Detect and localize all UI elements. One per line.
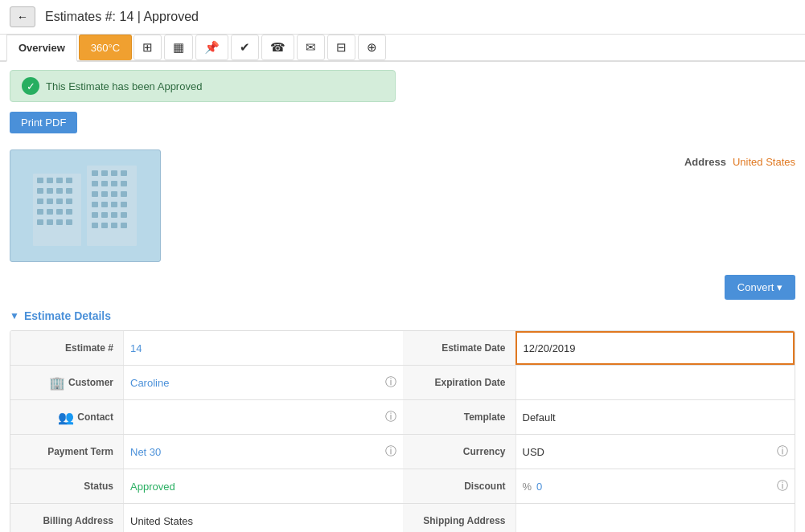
svg-rect-19 bbox=[56, 219, 63, 225]
contact-value: ⓘ bbox=[123, 400, 403, 434]
estimate-date-row: Estimate Date 12/20/2019 bbox=[403, 331, 795, 366]
tab-list-button[interactable]: ⊞ bbox=[133, 35, 162, 60]
shipping-address-label: Shipping Address bbox=[403, 509, 515, 532]
svg-rect-42 bbox=[92, 223, 98, 228]
tab-check-button[interactable]: ✔ bbox=[231, 35, 259, 60]
svg-rect-41 bbox=[121, 212, 127, 218]
svg-rect-39 bbox=[101, 212, 108, 218]
discount-label: Discount bbox=[403, 474, 515, 498]
status-label: Status bbox=[10, 474, 123, 498]
tab-calendar-button[interactable]: ▦ bbox=[164, 35, 193, 60]
tab-email-button[interactable]: ✉ bbox=[297, 35, 325, 60]
svg-rect-10 bbox=[47, 198, 53, 204]
back-button[interactable]: ← bbox=[10, 6, 35, 27]
svg-rect-6 bbox=[47, 188, 53, 194]
phone-icon: ☎ bbox=[270, 40, 285, 55]
billing-address-row: Billing Address United States bbox=[10, 504, 403, 532]
status-text: Approved bbox=[130, 481, 175, 493]
tab-pin-button[interactable]: 📌 bbox=[195, 35, 228, 60]
right-panel: Estimate Date 12/20/2019 Expiration Date… bbox=[403, 331, 795, 532]
details-grid: Estimate # 14 🏢 Customer Caroline ⓘ bbox=[10, 330, 795, 532]
contact-row: 👥 Contact ⓘ bbox=[10, 400, 403, 435]
currency-text: USD bbox=[523, 446, 544, 458]
svg-rect-1 bbox=[37, 178, 43, 183]
svg-rect-15 bbox=[56, 209, 63, 215]
svg-rect-3 bbox=[56, 178, 63, 183]
template-value: Default bbox=[515, 400, 795, 434]
approval-alert: ✓ This Estimate has been Approved bbox=[10, 70, 396, 102]
tab-overview[interactable]: Overview bbox=[6, 35, 77, 62]
tab-overview-label: Overview bbox=[18, 42, 65, 54]
estimate-date-value[interactable]: 12/20/2019 bbox=[515, 331, 795, 365]
estimate-number-label: Estimate # bbox=[10, 336, 123, 360]
tabs-bar: Overview 360°C ⊞ ▦ 📌 ✔ ☎ ✉ ⊟ ⊕ bbox=[0, 35, 805, 62]
svg-rect-40 bbox=[111, 212, 117, 218]
currency-label: Currency bbox=[403, 440, 515, 464]
tab-360-label: 360°C bbox=[91, 42, 120, 54]
svg-rect-31 bbox=[101, 191, 108, 197]
estimate-number-value: 14 bbox=[123, 331, 403, 365]
discount-row: Discount % 0 ⓘ bbox=[403, 469, 795, 504]
svg-rect-38 bbox=[92, 212, 98, 218]
billing-address-label: Billing Address bbox=[10, 509, 123, 532]
customer-row: 🏢 Customer Caroline ⓘ bbox=[10, 366, 403, 400]
svg-rect-29 bbox=[121, 181, 127, 186]
billing-address-value: United States bbox=[123, 504, 403, 532]
discount-value: % 0 ⓘ bbox=[515, 469, 795, 503]
estimate-date-text: 12/20/2019 bbox=[524, 342, 576, 354]
convert-row: Convert ▾ bbox=[10, 275, 795, 300]
payment-term-row: Payment Term Net 30 ⓘ bbox=[10, 435, 403, 469]
svg-rect-44 bbox=[111, 223, 117, 228]
left-panel: Estimate # 14 🏢 Customer Caroline ⓘ bbox=[10, 331, 403, 532]
chevron-down-icon: ▼ bbox=[10, 310, 19, 321]
page-header: ← Estimates #: 14 | Approved bbox=[0, 0, 805, 35]
svg-rect-24 bbox=[111, 170, 117, 176]
expiration-date-row: Expiration Date bbox=[403, 366, 795, 400]
svg-rect-27 bbox=[101, 181, 108, 186]
discount-percent-sign: % bbox=[523, 481, 532, 493]
svg-rect-37 bbox=[121, 202, 127, 207]
address-value: United States bbox=[733, 156, 795, 168]
print-pdf-button[interactable]: Print PDF bbox=[10, 112, 77, 133]
company-image bbox=[10, 149, 161, 262]
svg-rect-20 bbox=[66, 219, 72, 225]
tab-360[interactable]: 360°C bbox=[79, 35, 132, 60]
customer-building-icon: 🏢 bbox=[49, 375, 65, 391]
svg-rect-28 bbox=[111, 181, 117, 186]
shipping-address-row: Shipping Address bbox=[403, 504, 795, 532]
address-section: Address United States bbox=[684, 156, 795, 168]
svg-rect-13 bbox=[37, 209, 43, 215]
top-info-row: Address United States bbox=[10, 149, 795, 262]
alert-check-icon: ✓ bbox=[22, 77, 39, 95]
contact-info-icon[interactable]: ⓘ bbox=[385, 410, 396, 424]
customer-label: 🏢 Customer bbox=[10, 369, 123, 397]
svg-rect-2 bbox=[47, 178, 53, 183]
convert-button[interactable]: Convert ▾ bbox=[725, 275, 795, 300]
svg-rect-30 bbox=[92, 191, 98, 197]
status-row: Status Approved bbox=[10, 469, 403, 504]
svg-rect-8 bbox=[66, 188, 72, 194]
discount-info-icon[interactable]: ⓘ bbox=[777, 479, 788, 493]
customer-value: Caroline ⓘ bbox=[123, 366, 403, 399]
svg-rect-23 bbox=[101, 170, 108, 176]
tab-inbox-button[interactable]: ⊟ bbox=[327, 35, 355, 60]
currency-row: Currency USD ⓘ bbox=[403, 435, 795, 469]
contact-person-icon: 👥 bbox=[58, 410, 74, 425]
expiration-date-label: Expiration Date bbox=[403, 370, 515, 395]
svg-rect-22 bbox=[92, 170, 98, 176]
tab-phone-button[interactable]: ☎ bbox=[261, 35, 294, 60]
estimate-date-label: Estimate Date bbox=[403, 336, 515, 360]
list-icon: ⊞ bbox=[142, 40, 153, 55]
svg-rect-18 bbox=[47, 219, 53, 225]
expiration-date-value[interactable] bbox=[515, 366, 795, 399]
svg-rect-11 bbox=[56, 198, 63, 204]
payment-term-label: Payment Term bbox=[10, 440, 123, 464]
payment-term-info-icon[interactable]: ⓘ bbox=[385, 444, 396, 459]
customer-name[interactable]: Caroline bbox=[130, 377, 169, 389]
status-value: Approved bbox=[123, 469, 403, 503]
tab-link-button[interactable]: ⊕ bbox=[358, 35, 386, 60]
svg-rect-32 bbox=[111, 191, 117, 197]
customer-info-icon[interactable]: ⓘ bbox=[385, 375, 396, 390]
svg-rect-45 bbox=[121, 223, 127, 228]
currency-info-icon[interactable]: ⓘ bbox=[777, 444, 788, 459]
